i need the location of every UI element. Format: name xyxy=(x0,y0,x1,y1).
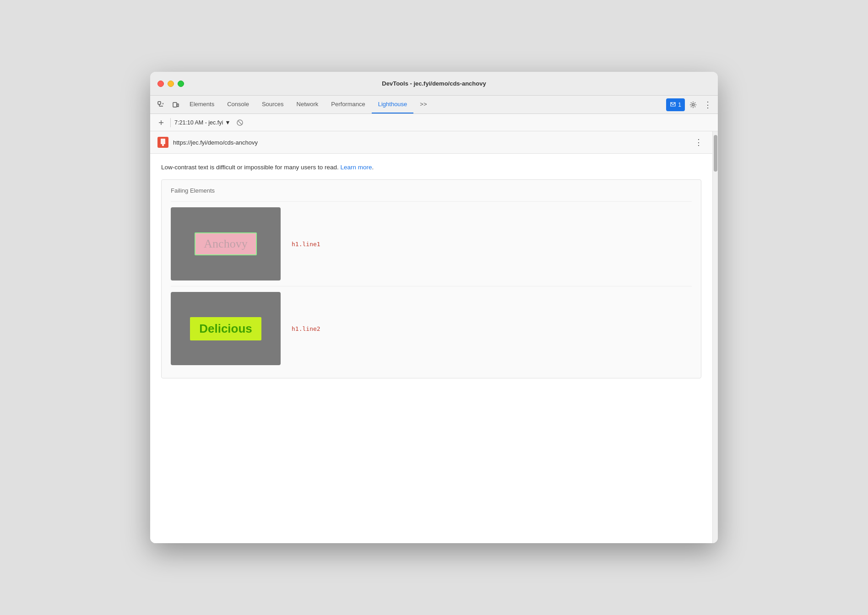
element-tag-2: h1.line2 xyxy=(292,325,320,332)
scrollbar-track[interactable] xyxy=(712,131,718,543)
failing-element-row: Anchovy h1.line1 xyxy=(171,201,692,286)
anchovy-preview-box: Anchovy xyxy=(195,232,256,255)
learn-more-link[interactable]: Learn more xyxy=(340,164,372,171)
scrollbar-thumb[interactable] xyxy=(714,135,717,172)
tab-network[interactable]: Network xyxy=(290,96,325,113)
tab-sources[interactable]: Sources xyxy=(255,96,290,113)
title-bar: DevTools - jec.fyi/demo/cds-anchovy xyxy=(150,72,718,96)
tab-console[interactable]: Console xyxy=(221,96,255,113)
main-panel: https://jec.fyi/demo/cds-anchovy ⋮ Low-c… xyxy=(150,131,718,543)
minimize-button[interactable] xyxy=(168,81,174,87)
devtools-window: DevTools - jec.fyi/demo/cds-anchovy Elem… xyxy=(150,72,718,543)
close-button[interactable] xyxy=(157,81,164,87)
content-area: https://jec.fyi/demo/cds-anchovy ⋮ Low-c… xyxy=(150,131,712,543)
failing-elements-title: Failing Elements xyxy=(171,187,692,194)
settings-icon[interactable] xyxy=(687,98,700,111)
toolbar-right: 1 ⋮ xyxy=(666,96,714,113)
lighthouse-icon xyxy=(157,137,168,148)
traffic-lights xyxy=(157,81,184,87)
anchovy-preview-text: Anchovy xyxy=(204,237,247,250)
block-icon[interactable] xyxy=(234,117,245,128)
element-preview-anchovy: Anchovy xyxy=(171,207,281,281)
svg-rect-0 xyxy=(158,102,161,104)
warning-text: Low-contrast text is difficult or imposs… xyxy=(161,163,701,172)
window-title: DevTools - jec.fyi/demo/cds-anchovy xyxy=(382,80,486,87)
svg-rect-6 xyxy=(162,144,164,146)
failing-elements-container: Failing Elements Anchovy h1.line1 Delici… xyxy=(161,179,701,378)
add-tab-button[interactable] xyxy=(156,117,167,128)
svg-rect-1 xyxy=(173,102,177,107)
svg-rect-2 xyxy=(177,104,179,107)
delicious-preview-text: Delicious xyxy=(199,322,252,335)
secondary-toolbar: 7:21:10 AM - jec.fyi ▼ xyxy=(150,114,718,131)
svg-rect-5 xyxy=(161,139,165,144)
tab-elements[interactable]: Elements xyxy=(183,96,221,113)
session-dropdown[interactable]: 7:21:10 AM - jec.fyi ▼ xyxy=(174,119,231,126)
element-tag-1: h1.line1 xyxy=(292,241,320,248)
tab-performance[interactable]: Performance xyxy=(325,96,371,113)
failing-element-row: Delicious h1.line2 xyxy=(171,286,692,371)
lighthouse-url: https://jec.fyi/demo/cds-anchovy xyxy=(173,139,258,146)
maximize-button[interactable] xyxy=(178,81,184,87)
devtools-toolbar: Elements Console Sources Network Perform… xyxy=(150,96,718,114)
device-toolbar-icon[interactable] xyxy=(168,96,183,113)
element-preview-delicious: Delicious xyxy=(171,292,281,365)
warning-section: Low-contrast text is difficult or imposs… xyxy=(150,154,712,179)
tab-list: Elements Console Sources Network Perform… xyxy=(183,96,666,113)
notifications-button[interactable]: 1 xyxy=(666,98,685,111)
tab-lighthouse[interactable]: Lighthouse xyxy=(372,96,414,113)
delicious-preview-box: Delicious xyxy=(190,317,261,340)
url-section: https://jec.fyi/demo/cds-anchovy xyxy=(157,137,258,148)
inspector-icon[interactable] xyxy=(154,96,168,113)
toolbar-divider xyxy=(170,118,171,127)
lighthouse-more-button[interactable]: ⋮ xyxy=(692,136,705,149)
svg-point-3 xyxy=(692,103,694,106)
tab-more[interactable]: >> xyxy=(413,96,433,113)
more-menu-icon[interactable]: ⋮ xyxy=(701,98,714,111)
lighthouse-header: https://jec.fyi/demo/cds-anchovy ⋮ xyxy=(150,131,712,154)
